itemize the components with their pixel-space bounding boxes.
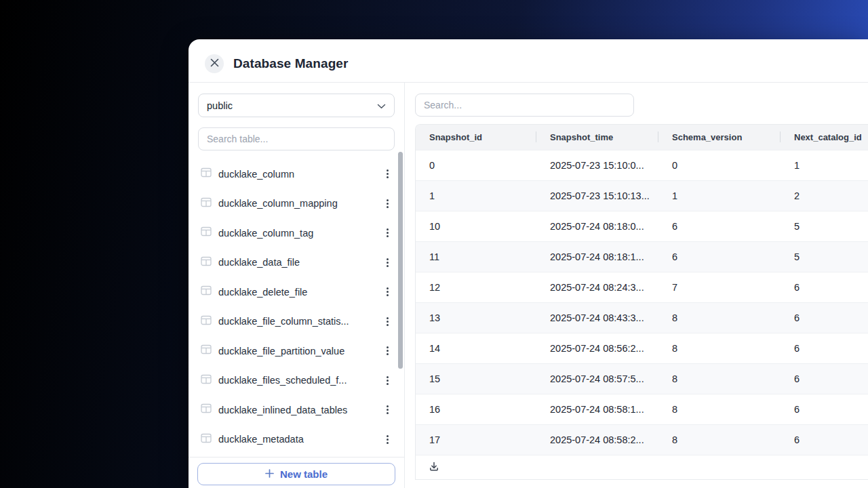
download-icon [429,461,439,474]
modal-body: public ducklake_columnducklake_column_ma… [189,83,868,488]
table-icon [201,285,212,298]
table-list: ducklake_columnducklake_column_mappingdu… [198,159,395,457]
table-row[interactable]: 12025-07-23 15:10:13...12 [416,180,868,211]
table-cell: 10 [416,211,536,241]
table-cell: 7 [658,272,781,302]
new-table-button[interactable]: New table [197,463,395,485]
kebab-menu-icon[interactable] [381,344,393,358]
table-cell: 2025-07-24 08:58:1... [536,394,658,424]
table-cell: 6 [781,333,868,363]
sidebar-table-item[interactable]: ducklake_column [198,159,395,189]
table-cell: 1 [658,180,781,211]
table-cell: 2025-07-24 08:57:5... [536,363,658,394]
table-cell: 8 [658,394,781,424]
table-cell: 6 [781,394,868,424]
schema-select[interactable]: public [198,94,395,117]
table-icon [201,167,212,180]
table-cell: 8 [658,333,781,363]
kebab-menu-icon[interactable] [381,226,393,240]
table-icon [201,315,212,328]
download-button[interactable] [429,461,439,474]
kebab-menu-icon[interactable] [381,403,393,417]
table-cell: 0 [658,150,781,180]
close-icon [210,58,219,69]
kebab-menu-icon[interactable] [381,197,393,210]
table-cell: 8 [658,424,781,455]
table-icon [201,256,212,269]
table-icon [201,374,212,387]
table-name: ducklake_column [218,169,374,180]
kebab-menu-icon[interactable] [381,256,393,269]
sidebar-scrollbar[interactable] [398,152,403,369]
column-header[interactable]: Snapshot_id [416,125,536,150]
new-table-label: New table [280,468,328,480]
table-cell: 1 [416,180,536,211]
table-cell: 6 [781,302,868,333]
sidebar-table-item[interactable]: ducklake_data_file [198,248,395,278]
table-row[interactable]: 102025-07-24 08:18:0...65 [416,211,868,241]
kebab-menu-icon[interactable] [381,167,393,181]
table-row[interactable]: 112025-07-24 08:18:1...65 [416,241,868,272]
table-cell: 17 [416,424,536,455]
table-cell: 2025-07-24 08:18:0... [536,211,658,241]
table-row[interactable]: 132025-07-24 08:43:3...86 [416,302,868,333]
table-cell: 2 [781,180,868,211]
schema-select-value: public [207,100,233,111]
table-cell: 12 [416,272,536,302]
table-name: ducklake_metadata [218,434,374,445]
table-cell: 2025-07-24 08:18:1... [536,241,658,272]
table-search-input[interactable] [198,127,395,150]
modal-header: Database Manager [189,39,868,83]
main-panel: Snapshot_idSnapshot_timeSchema_versionNe… [405,83,868,488]
table-cell: 16 [416,394,536,424]
table-row[interactable]: 02025-07-23 15:10:0...01 [416,150,868,180]
table-cell: 0 [416,150,536,180]
close-button[interactable] [205,54,224,73]
table-cell: 2025-07-23 15:10:0... [536,150,658,180]
table-name: ducklake_column_tag [218,228,374,239]
table-cell: 6 [658,241,781,272]
table-cell: 2025-07-24 08:58:2... [536,424,658,455]
sidebar-table-item[interactable]: ducklake_metadata [198,425,395,455]
sidebar-table-item[interactable]: ducklake_file_partition_value [198,336,395,366]
table-row[interactable]: 142025-07-24 08:56:2...86 [416,333,868,363]
table-cell: 2025-07-24 08:56:2... [536,333,658,363]
table-cell: 15 [416,363,536,394]
snapshot-table: Snapshot_idSnapshot_timeSchema_versionNe… [416,125,868,455]
table-cell: 14 [416,333,536,363]
table-cell: 6 [781,363,868,394]
chevron-down-icon [377,100,386,112]
table-cell: 2025-07-24 08:24:3... [536,272,658,302]
table-cell: 11 [416,241,536,272]
sidebar-table-item[interactable]: ducklake_inlined_data_tables [198,395,395,425]
search-input[interactable] [415,94,634,117]
table-cell: 8 [658,302,781,333]
page-title: Database Manager [233,56,349,71]
column-header[interactable]: Next_catalog_id [781,125,868,150]
sidebar-table-item[interactable]: ducklake_column_tag [198,218,395,248]
table-row[interactable]: 122025-07-24 08:24:3...76 [416,272,868,302]
sidebar-table-item[interactable]: ducklake_delete_file [198,277,395,307]
column-header[interactable]: Snapshot_time [536,125,658,150]
table-cell: 5 [781,211,868,241]
table-row[interactable]: 172025-07-24 08:58:2...86 [416,424,868,455]
kebab-menu-icon[interactable] [381,373,393,387]
sidebar-table-item[interactable]: ducklake_file_column_statis... [198,307,395,337]
table-name: ducklake_data_file [218,257,374,268]
table-header: Snapshot_idSnapshot_timeSchema_versionNe… [416,125,868,150]
kebab-menu-icon[interactable] [381,432,393,446]
table-cell: 13 [416,302,536,333]
sidebar-table-item[interactable]: ducklake_column_mapping [198,189,395,219]
sidebar-table-item[interactable]: ducklake_files_scheduled_f... [198,366,395,396]
kebab-menu-icon[interactable] [381,314,393,328]
table-row[interactable]: 162025-07-24 08:58:1...86 [416,394,868,424]
table-cell: 6 [658,211,781,241]
database-manager-modal: Database Manager public ducklake_columnd… [189,39,868,488]
table-name: ducklake_column_mapping [218,198,374,209]
column-header[interactable]: Schema_version [658,125,781,150]
table-row[interactable]: 152025-07-24 08:57:5...86 [416,363,868,394]
grid-footer [416,455,868,479]
table-name: ducklake_file_partition_value [218,346,374,357]
kebab-menu-icon[interactable] [381,285,393,299]
table-icon [201,226,212,239]
